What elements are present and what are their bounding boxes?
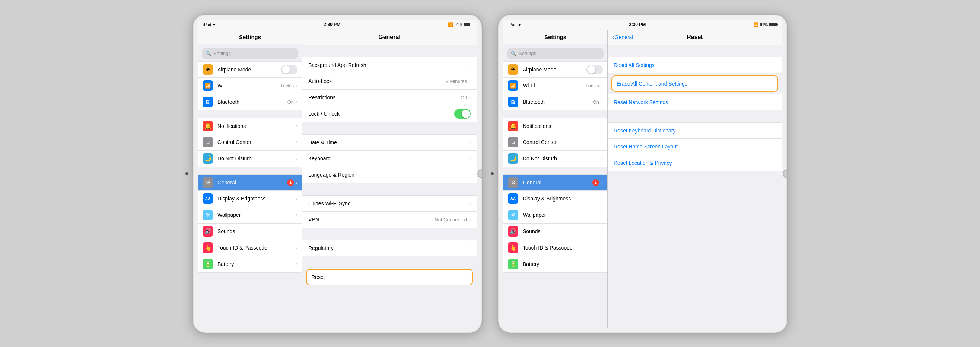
general-chevron-1: › (296, 180, 298, 185)
display-chevron-1: › (296, 196, 298, 201)
panel-header-1: General (302, 30, 477, 45)
wallpaper-chevron-1: › (296, 212, 298, 217)
sidebar-item-wifi-2[interactable]: 📶 Wi-Fi Tuck's › (503, 78, 607, 94)
sidebar-item-dnd-1[interactable]: 🌙 Do Not Disturb › (198, 151, 302, 167)
dot-indicator-1 (185, 172, 188, 175)
sidebar-item-battery-2[interactable]: 🔋 Battery › (503, 256, 607, 273)
touchid-icon-1: 👆 (202, 242, 213, 253)
airplane-label-1: Airplane Mode (218, 67, 281, 73)
sidebar-item-airplane-mode-1[interactable]: ✈ Airplane Mode (198, 61, 302, 78)
notifications-label-1: Notifications (218, 123, 296, 129)
sidebar-item-general-2[interactable]: ⚙ General 1 › (503, 174, 607, 191)
sidebar-item-bluetooth-2[interactable]: B Bluetooth On › (503, 94, 607, 111)
dnd-chevron-2: › (601, 156, 603, 161)
search-icon-2: 🔍 (511, 51, 516, 56)
panel-item-datetime-1[interactable]: Date & Time › (302, 134, 477, 151)
airplane-toggle-1[interactable] (281, 65, 298, 74)
sidebar-item-notifications-1[interactable]: 🔔 Notifications › (198, 118, 302, 134)
reset-item-location-privacy[interactable]: Reset Location & Privacy (608, 155, 782, 171)
panel-item-reset-1[interactable]: Reset › (306, 269, 473, 285)
home-button-1[interactable] (477, 169, 482, 178)
panel-item-restrictions-1[interactable]: Restrictions Off › (302, 90, 477, 106)
battery-label-2: Battery (523, 261, 601, 267)
bluetooth-icon-sidebar-2: B (508, 97, 518, 107)
lockunlock-toggle-1[interactable] (454, 109, 471, 119)
sidebar-group2-2: 🔔 Notifications › ⊞ Control Center › 🌙 (503, 118, 607, 167)
search-label-2: Settings (519, 51, 536, 56)
status-bar-1: iPad ▼ 2:30 PM 📶 91% (198, 20, 477, 30)
battery-chevron-2: › (601, 261, 603, 267)
sidebar-item-dnd-2[interactable]: 🌙 Do Not Disturb › (503, 151, 607, 167)
ipad-screen-2: iPad ▼ 2:30 PM 📶 91% Settings 🔍 Setting (503, 20, 782, 328)
sidebar-item-touchid-2[interactable]: 👆 Touch ID & Passcode › (503, 240, 607, 256)
panel-title-1: General (378, 34, 401, 41)
restrictions-chevron-1: › (469, 95, 471, 100)
dnd-label-1: Do Not Disturb (218, 155, 296, 162)
airplane-label-2: Airplane Mode (523, 67, 586, 73)
sidebar-item-wallpaper-1[interactable]: ❋ Wallpaper › (198, 207, 302, 223)
display-icon-1: AA (202, 193, 213, 204)
bluetooth-icon-2: 📶 (753, 22, 759, 27)
panel-section1-1: Background App Refresh › Auto-Lock 2 Min… (302, 57, 477, 122)
sidebar-item-wallpaper-2[interactable]: ❋ Wallpaper › (503, 207, 607, 223)
home-button-2[interactable] (783, 169, 788, 178)
search-box-2[interactable]: 🔍 Settings (507, 48, 604, 59)
sidebar-item-control-center-2[interactable]: ⊞ Control Center › (503, 134, 607, 151)
autolock-chevron-1: › (469, 78, 471, 84)
bluetooth-chevron-1: › (296, 99, 298, 105)
panel-section2-1: Date & Time › Keyboard › Language & Regi… (302, 134, 477, 183)
panel-item-language-1[interactable]: Language & Region › (302, 167, 477, 183)
search-box-1[interactable]: 🔍 Settings (202, 48, 298, 59)
panel-item-lockunlock-1[interactable]: Lock / Unlock (302, 106, 477, 122)
panel-item-regulatory-1[interactable]: Regulatory › (302, 240, 477, 256)
sidebar-item-bluetooth-1[interactable]: B Bluetooth On › (198, 94, 302, 111)
panel-item-itunes-1[interactable]: iTunes Wi-Fi Sync › (302, 195, 477, 212)
general-badge-2: 1 (592, 179, 599, 186)
general-label-2: General (523, 180, 592, 185)
panel-back-2[interactable]: ‹ General (612, 34, 633, 40)
panel-item-keyboard-1[interactable]: Keyboard › (302, 151, 477, 167)
panel-item-bg-refresh-1[interactable]: Background App Refresh › (302, 57, 477, 73)
search-label-1: Settings (213, 51, 231, 56)
screen-content-1: Settings 🔍 Settings ✈ Airplane Mode (198, 30, 477, 328)
sidebar-item-airplane-mode-2[interactable]: ✈ Airplane Mode (503, 61, 607, 78)
regulatory-label-1: Regulatory (308, 245, 469, 251)
general-icon-2: ⚙ (508, 177, 518, 188)
panel-header-2: ‹ General Reset (608, 30, 782, 45)
panel-item-vpn-1[interactable]: VPN Not Connected › (302, 212, 477, 228)
reset-item-erase-all[interactable]: Erase All Content and Settings (611, 76, 778, 92)
sidebar-title-1: Settings (239, 34, 261, 40)
sidebar-item-control-center-1[interactable]: ⊞ Control Center › (198, 134, 302, 151)
panel-gap-s4-1 (302, 228, 477, 240)
reset-item-all-settings[interactable]: Reset All Settings (608, 57, 782, 73)
bluetooth-label-1: Bluetooth (218, 99, 288, 105)
panel-gap-s3-1 (302, 183, 477, 195)
sidebar-group1-1: ✈ Airplane Mode 📶 Wi-Fi Tuck's › (198, 61, 302, 111)
sidebar-item-battery-1[interactable]: 🔋 Battery › (198, 256, 302, 273)
touchid-icon-2: 👆 (508, 242, 518, 253)
wifi-chevron-2: › (601, 83, 603, 88)
sidebar-item-sounds-2[interactable]: 🔊 Sounds › (503, 223, 607, 240)
panel-item-autolock-1[interactable]: Auto-Lock 2 Minutes › (302, 73, 477, 90)
bluetooth-chevron-2: › (601, 99, 603, 105)
notifications-icon-1: 🔔 (202, 121, 213, 131)
restrictions-label-1: Restrictions (308, 95, 461, 100)
sidebar-item-general-1[interactable]: ⚙ General 1 › (198, 174, 302, 191)
sidebar-item-wifi-1[interactable]: 📶 Wi-Fi Tuck's › (198, 78, 302, 94)
wallpaper-label-2: Wallpaper (523, 212, 601, 218)
touchid-label-1: Touch ID & Passcode (218, 245, 296, 251)
sidebar-1: Settings 🔍 Settings ✈ Airplane Mode (198, 30, 302, 328)
panel-gap-reset-2 (608, 73, 782, 74)
sidebar-item-touchid-1[interactable]: 👆 Touch ID & Passcode › (198, 240, 302, 256)
control-center-icon-2: ⊞ (508, 137, 518, 147)
airplane-toggle-2[interactable] (586, 65, 603, 74)
sidebar-item-notifications-2[interactable]: 🔔 Notifications › (503, 118, 607, 134)
battery-percent-1: 91% (455, 22, 463, 27)
reset-item-network[interactable]: Reset Network Settings (608, 94, 782, 111)
bluetooth-icon-sidebar-1: B (202, 97, 213, 107)
reset-item-home-screen[interactable]: Reset Home Screen Layout (608, 139, 782, 155)
sidebar-item-display-2[interactable]: AA Display & Brightness › (503, 191, 607, 207)
reset-item-keyboard[interactable]: Reset Keyboard Dictionary (608, 122, 782, 139)
sidebar-item-display-1[interactable]: AA Display & Brightness › (198, 191, 302, 207)
sidebar-item-sounds-1[interactable]: 🔊 Sounds › (198, 223, 302, 240)
